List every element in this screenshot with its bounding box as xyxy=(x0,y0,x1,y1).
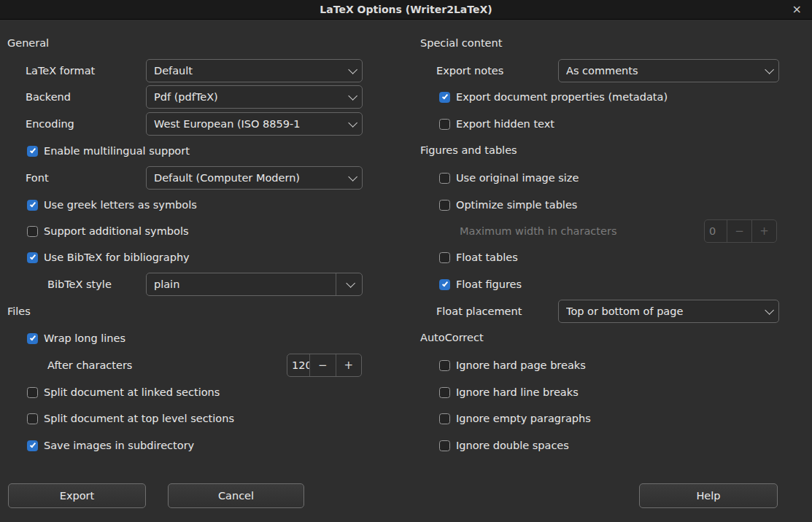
checkbox-label: Ignore empty paragraphs xyxy=(456,413,591,424)
spinner-value[interactable]: 120 xyxy=(287,354,309,376)
backend-label: Backend xyxy=(26,85,71,109)
checkbox-split-linked-sections[interactable]: Split document at linked sections xyxy=(27,381,220,404)
checkbox-save-images-subdirectory[interactable]: Save images in subdirectory xyxy=(27,434,194,457)
chevron-down-icon xyxy=(348,65,357,74)
checkbox-export-hidden-text[interactable]: Export hidden text xyxy=(439,112,554,136)
checkbox-ignore-line-breaks[interactable]: Ignore hard line breaks xyxy=(439,381,579,404)
export-button[interactable]: Export xyxy=(8,483,146,508)
checkbox-use-bibtex[interactable]: Use BibTeX for bibliography xyxy=(27,246,190,269)
encoding-dropdown[interactable]: West European (ISO 8859-1 xyxy=(146,112,363,136)
checkbox-enable-multilingual[interactable]: Enable multilingual support xyxy=(27,139,190,163)
checkmark-icon xyxy=(29,253,35,260)
checkbox-icon xyxy=(27,252,38,263)
encoding-label: Encoding xyxy=(26,112,74,136)
checkmark-icon xyxy=(441,93,447,99)
export-notes-label: Export notes xyxy=(436,59,503,82)
checkbox-icon xyxy=(439,360,450,371)
font-label: Font xyxy=(26,166,49,190)
checkbox-label: Use greek letters as symbols xyxy=(44,199,197,211)
checkbox-ignore-page-breaks[interactable]: Ignore hard page breaks xyxy=(439,354,586,377)
latex-format-dropdown[interactable]: Default xyxy=(146,59,363,82)
increment-button: + xyxy=(751,220,776,242)
chevron-down-icon xyxy=(765,305,774,315)
checkbox-label: Export document properties (metadata) xyxy=(456,91,668,103)
section-header-special-content: Special content xyxy=(420,31,502,55)
after-characters-spinner[interactable]: 120 − + xyxy=(287,354,362,377)
font-value: Default (Computer Modern) xyxy=(154,172,342,184)
increment-button[interactable]: + xyxy=(336,354,362,376)
checkbox-float-figures[interactable]: Float figures xyxy=(439,273,522,296)
checkbox-wrap-long-lines[interactable]: Wrap long lines xyxy=(27,327,125,350)
checkbox-split-top-level-sections[interactable]: Split document at top level sections xyxy=(27,407,234,430)
checkbox-original-image-size[interactable]: Use original image size xyxy=(439,166,579,190)
checkbox-label: Support additional symbols xyxy=(44,225,188,237)
checkbox-label: Use BibTeX for bibliography xyxy=(44,252,190,263)
checkbox-label: Wrap long lines xyxy=(44,332,125,344)
checkbox-label: Optimize simple tables xyxy=(456,199,577,211)
chevron-down-icon xyxy=(765,65,774,74)
checkbox-label: Ignore hard line breaks xyxy=(456,386,579,398)
checkbox-greek-letters[interactable]: Use greek letters as symbols xyxy=(27,193,197,217)
bibtex-style-combobox[interactable]: plain xyxy=(146,273,363,296)
checkbox-label: Split document at top level sections xyxy=(44,413,234,424)
checkbox-label: Use original image size xyxy=(456,172,579,184)
checkbox-label: Save images in subdirectory xyxy=(44,440,194,451)
checkbox-icon xyxy=(439,92,450,103)
max-width-spinner: 0 − + xyxy=(704,219,777,243)
checkbox-icon xyxy=(439,119,450,130)
checkmark-icon xyxy=(29,200,35,207)
decrement-button[interactable]: − xyxy=(309,354,336,376)
encoding-value: West European (ISO 8859-1 xyxy=(154,118,342,130)
checkbox-icon xyxy=(439,279,450,290)
chevron-down-icon xyxy=(348,91,357,101)
chevron-down-icon xyxy=(348,172,357,182)
section-header-general: General xyxy=(7,31,49,55)
checkbox-additional-symbols[interactable]: Support additional symbols xyxy=(27,219,188,243)
cancel-button[interactable]: Cancel xyxy=(168,483,304,508)
checkbox-icon xyxy=(27,333,38,344)
checkbox-icon xyxy=(439,173,450,184)
section-header-files: Files xyxy=(7,300,31,323)
checkbox-label: Float figures xyxy=(456,278,522,290)
checkbox-icon xyxy=(439,413,450,424)
checkbox-icon xyxy=(27,146,38,157)
checkmark-icon xyxy=(29,441,35,448)
checkbox-icon xyxy=(439,252,450,263)
checkbox-optimize-simple-tables[interactable]: Optimize simple tables xyxy=(439,193,577,217)
after-characters-label: After characters xyxy=(47,354,132,377)
checkbox-ignore-double-spaces[interactable]: Ignore double spaces xyxy=(439,434,569,457)
titlebar: LaTeX Options (Writer2LaTeX) × xyxy=(0,0,812,20)
checkbox-icon xyxy=(27,226,38,237)
checkbox-ignore-empty-paragraphs[interactable]: Ignore empty paragraphs xyxy=(439,407,591,430)
bibtex-style-label: BibTeX style xyxy=(47,273,112,296)
checkbox-icon xyxy=(439,440,450,451)
checkbox-label: Split document at linked sections xyxy=(44,386,220,398)
checkbox-float-tables[interactable]: Float tables xyxy=(439,246,518,269)
decrement-button: − xyxy=(727,220,751,242)
combobox-dropdown-button[interactable] xyxy=(336,273,362,295)
section-header-autocorrect: AutoCorrect xyxy=(420,326,484,349)
font-dropdown[interactable]: Default (Computer Modern) xyxy=(146,166,363,190)
export-notes-dropdown[interactable]: As comments xyxy=(558,59,779,82)
backend-dropdown[interactable]: Pdf (pdfTeX) xyxy=(146,85,363,109)
checkbox-icon xyxy=(439,200,450,211)
chevron-down-icon xyxy=(348,118,357,128)
checkmark-icon xyxy=(29,334,35,340)
latex-format-value: Default xyxy=(154,65,342,77)
checkbox-label: Ignore double spaces xyxy=(456,440,569,451)
checkbox-icon xyxy=(27,440,38,451)
checkmark-icon xyxy=(441,280,447,287)
spinner-value: 0 xyxy=(705,220,727,242)
checkbox-export-metadata[interactable]: Export document properties (metadata) xyxy=(439,85,668,109)
latex-options-dialog: LaTeX Options (Writer2LaTeX) × General L… xyxy=(0,0,812,522)
checkbox-label: Ignore hard page breaks xyxy=(456,359,586,371)
backend-value: Pdf (pdfTeX) xyxy=(154,91,342,103)
latex-format-label: LaTeX format xyxy=(26,59,95,82)
float-placement-dropdown[interactable]: Top or bottom of page xyxy=(558,300,779,323)
close-icon[interactable]: × xyxy=(789,0,805,20)
section-header-figures-tables: Figures and tables xyxy=(420,139,517,162)
help-button[interactable]: Help xyxy=(639,483,778,508)
checkbox-icon xyxy=(439,387,450,398)
chevron-down-icon xyxy=(346,278,355,288)
checkbox-label: Enable multilingual support xyxy=(44,145,190,157)
